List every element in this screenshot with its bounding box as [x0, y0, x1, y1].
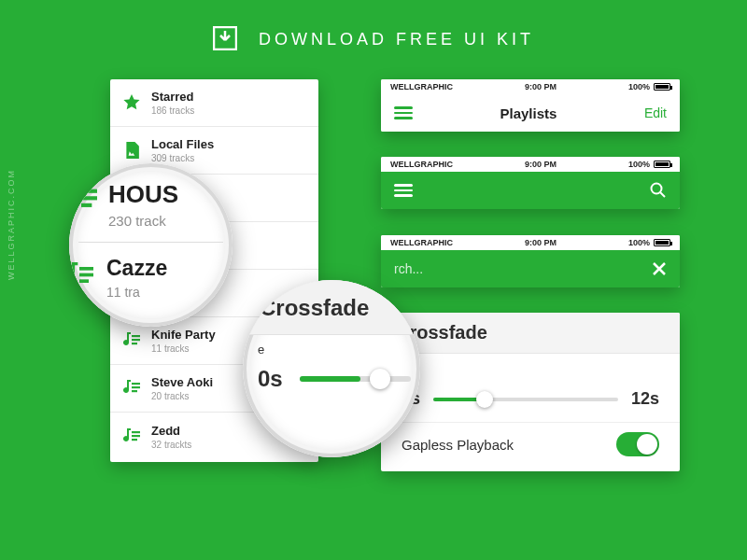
- list-item-title: Steve Aoki: [151, 375, 213, 389]
- list-item-sub: 32 trackts: [151, 440, 191, 450]
- search-icon[interactable]: [650, 182, 667, 199]
- svg-point-4: [652, 184, 662, 194]
- list-item-sub: 309 tracks: [151, 153, 214, 163]
- list-item[interactable]: Starred186 tracks: [110, 79, 318, 127]
- magnifier-crossfade: Crossfade e 0s: [243, 280, 420, 457]
- crossfade-slider-row: 0s 12s: [381, 372, 680, 422]
- menu-icon[interactable]: [394, 104, 413, 122]
- gapless-row: Gapless Playback: [381, 422, 680, 462]
- navbar-card-playlists: WELLGRAPHIC 9:00 PM 100% Playlists Edit: [381, 79, 680, 132]
- status-bar: WELLGRAPHIC 9:00 PM 100%: [381, 79, 680, 94]
- menu-icon[interactable]: [394, 181, 413, 200]
- mag-slider[interactable]: [300, 376, 411, 382]
- mag-row-title: Cazze: [106, 256, 223, 281]
- status-time: 9:00 PM: [525, 82, 557, 91]
- crossfade-slider[interactable]: [433, 398, 618, 401]
- gapless-label: Gapless Playback: [402, 437, 514, 453]
- list-item-sub: 11 tracks: [151, 343, 216, 354]
- slider-knob[interactable]: [476, 391, 493, 408]
- navbar-green: [381, 172, 680, 209]
- mag-crossfade-val: 0s: [258, 366, 283, 392]
- mag-row-sub: 11 tra: [106, 285, 223, 300]
- list-item-title: Local Files: [151, 137, 214, 151]
- playlist-icon: [69, 184, 97, 216]
- status-bar: WELLGRAPHIC 9:00 PM 100%: [381, 235, 680, 250]
- navbar-card-search: WELLGRAPHIC 9:00 PM 100% rch...: [381, 235, 680, 287]
- header-title: DOWNLOAD FREE UI KIT: [259, 30, 534, 49]
- playlist-icon: [123, 380, 140, 397]
- status-battery: 100%: [628, 160, 670, 169]
- status-battery: 100%: [628, 238, 670, 247]
- gapless-toggle[interactable]: [616, 432, 659, 456]
- status-battery: 100%: [628, 82, 670, 91]
- list-item-title: Knife Party: [151, 328, 216, 342]
- status-carrier: WELLGRAPHIC: [390, 160, 453, 169]
- playlist-icon: [123, 332, 140, 349]
- close-icon[interactable]: [652, 261, 667, 276]
- slider-max: 12s: [631, 389, 659, 409]
- slider-knob[interactable]: [370, 369, 390, 389]
- status-carrier: WELLGRAPHIC: [390, 238, 453, 247]
- navbar-search: rch...: [381, 250, 680, 287]
- search-input[interactable]: rch...: [394, 261, 652, 276]
- playlist-icon: [123, 428, 140, 445]
- status-carrier: WELLGRAPHIC: [390, 82, 453, 91]
- status-time: 9:00 PM: [525, 160, 557, 169]
- list-item-sub: 20 tracks: [151, 391, 213, 401]
- edit-button[interactable]: Edit: [644, 105, 667, 120]
- svg-line-5: [660, 192, 665, 197]
- crossfade-heading: Crossfade: [381, 313, 680, 354]
- file-icon: [123, 142, 140, 159]
- mag-crossfade-sub: e: [252, 335, 411, 366]
- navbar-title: Playlists: [500, 105, 557, 121]
- playlist-icon: [69, 262, 93, 290]
- star-icon: [123, 94, 140, 111]
- download-icon: [213, 26, 237, 50]
- crossfade-panel: Crossfade e 0s 12s Gapless Playback: [381, 313, 680, 471]
- list-item-sub: 186 tracks: [151, 105, 194, 116]
- page-header: DOWNLOAD FREE UI KIT: [0, 26, 747, 50]
- mag-row-title: HOUS: [108, 180, 223, 209]
- navbar: Playlists Edit: [381, 94, 680, 132]
- status-bar: WELLGRAPHIC 9:00 PM 100%: [381, 157, 680, 172]
- mag-row-sub: 230 track: [108, 213, 223, 229]
- list-item-title: Zedd: [151, 424, 191, 438]
- navbar-card-green: WELLGRAPHIC 9:00 PM 100%: [381, 157, 680, 209]
- status-time: 9:00 PM: [525, 238, 557, 247]
- crossfade-sub: e: [381, 354, 680, 372]
- watermark-text: WELLGRAPHIC.COM: [7, 169, 16, 280]
- list-item-title: Starred: [151, 90, 194, 104]
- magnifier-list: HOUS 230 track Cazze 11 tra: [69, 163, 233, 327]
